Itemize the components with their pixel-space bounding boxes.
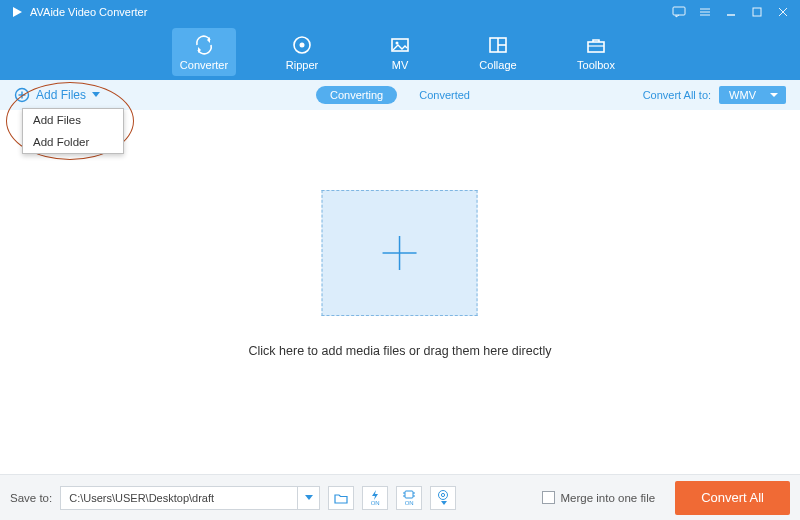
svg-point-34 xyxy=(442,493,445,496)
nav-toolbox-label: Toolbox xyxy=(577,59,615,71)
merge-checkbox[interactable] xyxy=(542,491,555,504)
svg-point-14 xyxy=(396,41,399,44)
svg-marker-26 xyxy=(305,495,313,500)
add-files-dropdown: Add Files Add Folder xyxy=(22,108,124,154)
nav-toolbox[interactable]: Toolbox xyxy=(564,28,628,76)
caret-down-icon xyxy=(92,92,100,98)
save-path-value: C:\Users\USER\Desktop\draft xyxy=(61,492,297,504)
toolbox-icon xyxy=(585,34,607,56)
minimize-icon[interactable] xyxy=(724,5,738,19)
gpu-status: ON xyxy=(405,500,414,506)
plus-icon xyxy=(375,228,425,278)
svg-marker-0 xyxy=(13,7,22,17)
chevron-down-icon xyxy=(441,501,447,506)
save-path-dropdown[interactable] xyxy=(297,487,319,509)
nav-converter-label: Converter xyxy=(180,59,228,71)
dropzone-box[interactable] xyxy=(322,190,478,316)
save-to-label: Save to: xyxy=(10,492,52,504)
tab-converted[interactable]: Converted xyxy=(405,86,484,104)
image-icon xyxy=(389,34,411,56)
chip-icon xyxy=(403,490,415,500)
nav-converter[interactable]: Converter xyxy=(172,28,236,76)
window-controls xyxy=(672,5,790,19)
settings-button[interactable] xyxy=(430,486,456,510)
format-select-value: WMV xyxy=(729,89,756,101)
folder-icon xyxy=(334,492,348,504)
nav-ripper-label: Ripper xyxy=(286,59,318,71)
convert-icon xyxy=(193,34,215,56)
gear-icon xyxy=(437,489,449,501)
nav-collage[interactable]: Collage xyxy=(466,28,530,76)
sub-bar: Add Files Converting Converted Convert A… xyxy=(0,80,800,110)
disc-icon xyxy=(291,34,313,56)
app-logo: AVAide Video Converter xyxy=(10,5,147,19)
hw-accel-button[interactable]: ON xyxy=(362,486,388,510)
dropdown-add-files[interactable]: Add Files xyxy=(23,109,123,131)
main-nav: Converter Ripper MV Collage Toolbox xyxy=(0,24,800,80)
svg-rect-28 xyxy=(405,491,413,498)
merge-label: Merge into one file xyxy=(561,492,656,504)
convert-all-to: Convert All to: WMV xyxy=(643,86,786,104)
content-area: Click here to add media files or drag th… xyxy=(0,110,800,474)
nav-collage-label: Collage xyxy=(479,59,516,71)
dropdown-add-folder[interactable]: Add Folder xyxy=(23,131,123,153)
dropzone[interactable]: Click here to add media files or drag th… xyxy=(249,190,552,358)
open-folder-button[interactable] xyxy=(328,486,354,510)
close-icon[interactable] xyxy=(776,5,790,19)
merge-toggle[interactable]: Merge into one file xyxy=(542,491,656,504)
convert-all-to-label: Convert All to: xyxy=(643,89,711,101)
add-files-label: Add Files xyxy=(36,88,86,102)
bolt-icon xyxy=(370,490,380,500)
nav-mv-label: MV xyxy=(392,59,409,71)
svg-point-33 xyxy=(439,491,448,500)
bottom-bar: Save to: C:\Users\USER\Desktop\draft ON … xyxy=(0,474,800,520)
collage-icon xyxy=(487,34,509,56)
svg-rect-1 xyxy=(673,7,685,15)
svg-point-12 xyxy=(300,42,305,47)
nav-ripper[interactable]: Ripper xyxy=(270,28,334,76)
hw-accel-status: ON xyxy=(371,500,380,506)
add-files-button[interactable]: Add Files xyxy=(14,83,100,107)
convert-all-button[interactable]: Convert All xyxy=(675,481,790,515)
svg-rect-6 xyxy=(753,8,761,16)
format-select[interactable]: WMV xyxy=(719,86,786,104)
svg-marker-35 xyxy=(441,501,447,505)
menu-icon[interactable] xyxy=(698,5,712,19)
save-path-field[interactable]: C:\Users\USER\Desktop\draft xyxy=(60,486,320,510)
svg-marker-23 xyxy=(92,92,100,97)
tab-converting[interactable]: Converting xyxy=(316,86,397,104)
svg-marker-27 xyxy=(372,490,378,500)
gpu-button[interactable]: ON xyxy=(396,486,422,510)
feedback-icon[interactable] xyxy=(672,5,686,19)
maximize-icon[interactable] xyxy=(750,5,764,19)
sub-tabs: Converting Converted xyxy=(316,86,484,104)
app-title: AVAide Video Converter xyxy=(30,6,147,18)
svg-rect-18 xyxy=(588,42,604,52)
play-logo-icon xyxy=(10,5,24,19)
plus-circle-icon xyxy=(14,87,30,103)
dropzone-hint: Click here to add media files or drag th… xyxy=(249,344,552,358)
title-bar: AVAide Video Converter xyxy=(0,0,800,24)
nav-mv[interactable]: MV xyxy=(368,28,432,76)
